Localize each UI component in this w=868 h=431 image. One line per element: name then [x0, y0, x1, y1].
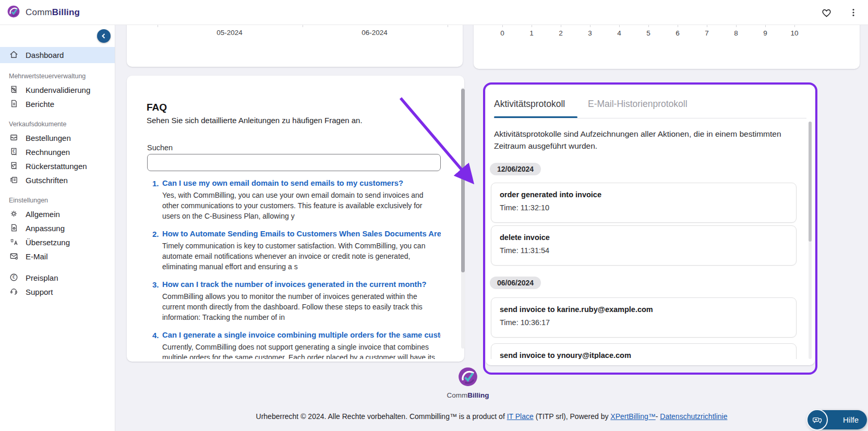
date-group-chip: 12/06/2024 [490, 163, 541, 175]
faq-item: 4. Can I generate a single invoice combi… [147, 331, 441, 359]
help-button[interactable]: Hilfe [807, 410, 867, 429]
sidebar-item-allgemein[interactable]: Allgemein [0, 207, 115, 221]
sidebar-item-anpassung[interactable]: Anpassung [0, 221, 115, 235]
gear-icon [9, 209, 19, 220]
receipt-percent-icon [9, 85, 19, 96]
x-axis-label: 6 [676, 29, 680, 37]
itplace-link[interactable]: IT Place [507, 412, 534, 421]
faq-title: FAQ [147, 102, 167, 113]
copyright-text: Urheberrecht © 2024. Alle Rechte vorbeha… [256, 412, 507, 421]
activity-entry: delete invoice Time: 11:31:54 [491, 225, 797, 266]
date-group-chip: 06/06/2024 [490, 277, 541, 289]
sidebar-item-email[interactable]: E-Mail [0, 249, 115, 264]
pricing-euro-circle-icon: € [9, 272, 19, 284]
activity-entry-time: Time: 10:36:17 [500, 318, 788, 327]
copyright-line: Urheberrecht © 2024. Alle Rechte vorbeha… [115, 412, 868, 421]
sidebar-item-dashboard[interactable]: Dashboard [0, 47, 115, 63]
x-axis-label: 06-2024 [361, 29, 388, 37]
activity-scrollbar[interactable] [809, 122, 812, 359]
faq-answer: CommBilling allows you to monitor the nu… [162, 291, 441, 322]
x-axis-label: 0 [500, 29, 504, 37]
more-options-kebab-icon[interactable] [846, 5, 861, 20]
commbilling-footer-logo-icon [456, 381, 479, 390]
faq-question-link[interactable]: Can I generate a single invoice combinin… [162, 331, 441, 339]
faq-answer: Yes, with CommBilling, you can use your … [162, 190, 441, 221]
xpertbilling-link[interactable]: XPertBilling™ [610, 412, 655, 421]
faq-search-input[interactable] [147, 154, 441, 171]
x-axis-label: 05-2024 [216, 29, 243, 37]
sidebar-item-label: Support [26, 288, 53, 296]
faq-answer: Timely communication is key to customer … [162, 241, 441, 272]
sidebar-item-preisplan[interactable]: € Preisplan [0, 271, 115, 285]
activity-scrollbar-thumb[interactable] [809, 122, 812, 242]
x-axis-label: 2 [559, 29, 563, 37]
tab-email-history-log[interactable]: E-Mail-Historienprotokoll [588, 99, 688, 110]
orders-chart-card: 05-2024 06-2024 [127, 25, 463, 67]
faq-scrollbar[interactable] [461, 88, 465, 349]
activity-entry-time: Time: 11:32:10 [500, 203, 788, 212]
sidebar-item-rueckerstattungen[interactable]: Rückerstattungen [0, 159, 115, 173]
sidebar-section-vat: Mehrwertsteuerverwaltung [0, 73, 115, 80]
invoice-euro-icon: € [9, 147, 19, 158]
sidebar-item-support[interactable]: Support [0, 285, 115, 299]
top-header-bar: CommBilling [0, 0, 868, 25]
x-axis-label: 8 [734, 29, 738, 37]
sidebar-item-label: Kundenvalidierung [26, 86, 90, 94]
axis-tick [158, 25, 158, 27]
faq-question-link[interactable]: Can I use my own email domain to send em… [162, 179, 441, 187]
sidebar-item-label: Bestellungen [26, 134, 71, 142]
activity-entry: send invoice to ynoury@itplace.com [491, 343, 797, 359]
activity-log-scroll-area[interactable]: 12/06/2024 order generated into invoice … [486, 158, 807, 359]
faq-question-link[interactable]: How can I track the number of invoices g… [162, 280, 441, 289]
faq-question-link[interactable]: How to Automate Sending Emails to Custom… [162, 230, 441, 238]
sidebar-item-label: Dashboard [26, 51, 64, 59]
count-chart-card: 0 1 2 3 4 5 6 7 8 9 10 [474, 25, 860, 69]
sidebar-item-label: Rückerstattungen [26, 162, 87, 171]
sidebar-item-label: Allgemein [26, 210, 60, 219]
activity-entry-title: send invoice to ynoury@itplace.com [500, 351, 788, 359]
sidebar-item-bestellungen[interactable]: Bestellungen [0, 131, 115, 145]
app-logo[interactable]: CommBilling [0, 4, 80, 21]
faq-list: 1. Can I use my own email domain to send… [147, 179, 441, 359]
tab-activity-log[interactable]: Aktivitätsprotokoll [494, 99, 565, 110]
faq-item-number: 4. [152, 331, 159, 340]
commbilling-logo-icon [6, 4, 21, 21]
customization-document-icon [9, 223, 19, 234]
axis-tick [502, 25, 503, 27]
report-document-icon [9, 99, 19, 110]
sidebar-item-label: Gutschriften [26, 176, 68, 185]
faq-item-number: 3. [152, 280, 159, 289]
axis-tick [303, 25, 303, 27]
sidebar-item-rechnungen[interactable]: € Rechnungen [0, 145, 115, 159]
activity-entry-time: Time: 11:31:54 [500, 246, 788, 255]
privacy-policy-link[interactable]: Datenschutzrichtlinie [660, 412, 727, 421]
orders-inbox-icon [9, 133, 19, 144]
help-button-label: Hilfe [843, 415, 859, 424]
sidebar-item-kundenvalidierung[interactable]: Kundenvalidierung [0, 83, 115, 97]
activity-entry-title: send invoice to karine.ruby@example.com [500, 305, 788, 314]
email-settings-icon [9, 251, 19, 262]
faq-item: 2. How to Automate Sending Emails to Cus… [147, 230, 441, 272]
axis-tick [648, 25, 649, 27]
copyright-text: - [656, 412, 660, 421]
app-title: CommBilling [26, 7, 80, 18]
sidebar-navigation: Dashboard Mehrwertsteuerverwaltung Kunde… [0, 25, 115, 431]
activity-entry-title: order generated into invoice [500, 190, 788, 199]
sidebar-item-berichte[interactable]: Berichte [0, 97, 115, 111]
faq-item-number: 1. [152, 179, 159, 188]
faq-card: FAQ Sehen Sie sich detaillierte Anleitun… [127, 76, 464, 362]
axis-tick [561, 25, 561, 27]
axis-tick [678, 25, 678, 27]
faq-scrollbar-thumb[interactable] [461, 89, 465, 272]
axis-tick [448, 25, 448, 27]
translate-icon [9, 237, 19, 248]
sidebar-item-uebersetzung[interactable]: Übersetzung [0, 235, 115, 249]
sidebar-collapse-button[interactable] [97, 29, 111, 43]
refund-receipt-icon [9, 161, 19, 172]
sidebar-item-label: Rechnungen [26, 148, 70, 157]
svg-text:€: € [13, 149, 15, 153]
axis-tick [590, 25, 590, 27]
x-axis-label: 9 [763, 29, 767, 37]
favorites-heart-icon[interactable] [819, 5, 834, 20]
sidebar-item-gutschriften[interactable]: Gutschriften [0, 173, 115, 187]
